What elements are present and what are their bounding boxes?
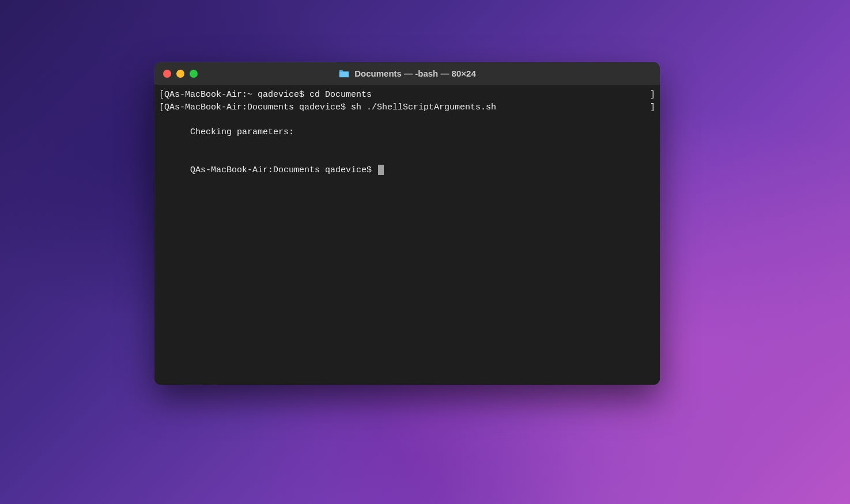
terminal-bracket: ] bbox=[650, 101, 655, 114]
minimize-button[interactable] bbox=[176, 70, 184, 78]
terminal-line: [QAs-MacBook-Air:Documents qadevice$ sh … bbox=[159, 101, 655, 114]
window-title: Documents — -bash — 80×24 bbox=[354, 69, 475, 78]
terminal-prompt: QAs-MacBook-Air:Documents qadevice$ bbox=[190, 165, 377, 175]
window-titlebar[interactable]: Documents — -bash — 80×24 bbox=[154, 62, 660, 85]
terminal-text: [QAs-MacBook-Air:Documents qadevice$ sh … bbox=[159, 101, 496, 114]
terminal-content[interactable]: [QAs-MacBook-Air:~ qadevice$ cd Document… bbox=[154, 85, 660, 385]
terminal-bracket: ] bbox=[650, 89, 655, 101]
terminal-text: [QAs-MacBook-Air:~ qadevice$ cd Document… bbox=[159, 89, 372, 101]
title-content: Documents — -bash — 80×24 bbox=[154, 69, 660, 78]
maximize-button[interactable] bbox=[190, 70, 198, 78]
folder-icon bbox=[338, 69, 350, 78]
terminal-window[interactable]: Documents — -bash — 80×24 [QAs-MacBook-A… bbox=[154, 62, 660, 385]
terminal-line: QAs-MacBook-Air:Documents qadevice$ bbox=[159, 151, 655, 189]
traffic-lights bbox=[163, 70, 198, 78]
terminal-line: Checking parameters: bbox=[159, 114, 655, 151]
cursor-icon bbox=[378, 165, 384, 175]
close-button[interactable] bbox=[163, 70, 171, 78]
terminal-line: [QAs-MacBook-Air:~ qadevice$ cd Document… bbox=[159, 89, 655, 101]
terminal-text: Checking parameters: bbox=[190, 127, 294, 137]
